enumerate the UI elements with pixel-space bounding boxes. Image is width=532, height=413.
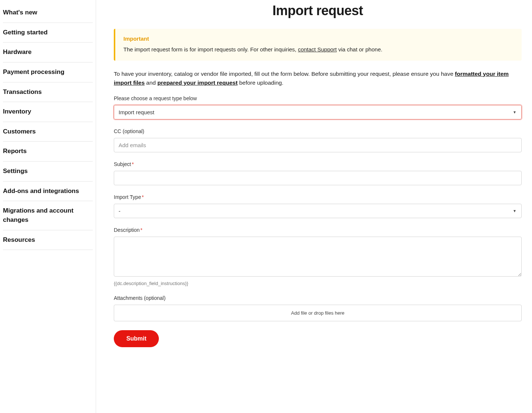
page-title: Import request xyxy=(114,3,522,18)
description-hint: {{dc.description_field_instructions}} xyxy=(114,281,522,286)
subject-input[interactable] xyxy=(114,171,522,185)
sidebar-item-resources[interactable]: Resources xyxy=(3,230,93,250)
sidebar-item-customers[interactable]: Customers xyxy=(3,122,93,142)
attachments-dropzone[interactable]: Add file or drop files here xyxy=(114,305,522,321)
callout-body: The import request form is for import re… xyxy=(123,45,514,54)
sidebar-item-addons-integrations[interactable]: Add-ons and integrations xyxy=(3,182,93,202)
sidebar: What's new Getting started Hardware Paym… xyxy=(0,0,96,413)
sidebar-item-migrations-account[interactable]: Migrations and account changes xyxy=(3,201,93,230)
required-marker: * xyxy=(142,194,144,200)
sidebar-item-transactions[interactable]: Transactions xyxy=(3,82,93,102)
intro-text: To have your inventory, catalog or vendo… xyxy=(114,70,522,87)
request-type-select-wrap: Import request ▼ xyxy=(114,105,522,119)
sidebar-item-hardware[interactable]: Hardware xyxy=(3,43,93,62)
intro-sep: and xyxy=(145,79,157,86)
subject-label-text: Subject xyxy=(114,161,131,167)
sidebar-item-payment-processing[interactable]: Payment processing xyxy=(3,62,93,82)
import-type-select-wrap: - ▼ xyxy=(114,204,522,218)
important-callout: Important The import request form is for… xyxy=(114,29,522,61)
description-label-text: Description xyxy=(114,227,140,233)
request-type-select[interactable]: Import request xyxy=(114,105,522,119)
attachments-label: Attachments (optional) xyxy=(114,295,522,301)
import-type-select[interactable]: - xyxy=(114,204,522,218)
callout-body-pre: The import request form is for import re… xyxy=(123,46,298,53)
import-type-label-text: Import Type xyxy=(114,194,141,200)
sidebar-item-inventory[interactable]: Inventory xyxy=(3,102,93,122)
cc-input[interactable] xyxy=(114,138,522,152)
callout-body-post: via chat or phone. xyxy=(337,46,382,53)
prepared-request-link[interactable]: prepared your import request xyxy=(157,79,238,86)
sidebar-item-settings[interactable]: Settings xyxy=(3,162,93,182)
sidebar-item-reports[interactable]: Reports xyxy=(3,142,93,162)
required-marker: * xyxy=(132,161,134,167)
description-label: Description* xyxy=(114,227,522,233)
import-type-label: Import Type* xyxy=(114,194,522,200)
request-type-label: Please choose a request type below xyxy=(114,95,522,101)
cc-label: CC (optional) xyxy=(114,128,522,134)
subject-label: Subject* xyxy=(114,161,522,167)
main-content: Import request Important The import requ… xyxy=(96,0,532,413)
required-marker: * xyxy=(140,227,142,233)
callout-title: Important xyxy=(123,35,514,42)
sidebar-item-getting-started[interactable]: Getting started xyxy=(3,23,93,43)
intro-part1: To have your inventory, catalog or vendo… xyxy=(114,71,455,77)
submit-button[interactable]: Submit xyxy=(114,330,159,347)
description-textarea[interactable] xyxy=(114,237,522,277)
sidebar-item-whats-new[interactable]: What's new xyxy=(3,3,93,23)
intro-part2: before uploading. xyxy=(238,79,283,86)
contact-support-link[interactable]: contact Support xyxy=(298,46,337,53)
